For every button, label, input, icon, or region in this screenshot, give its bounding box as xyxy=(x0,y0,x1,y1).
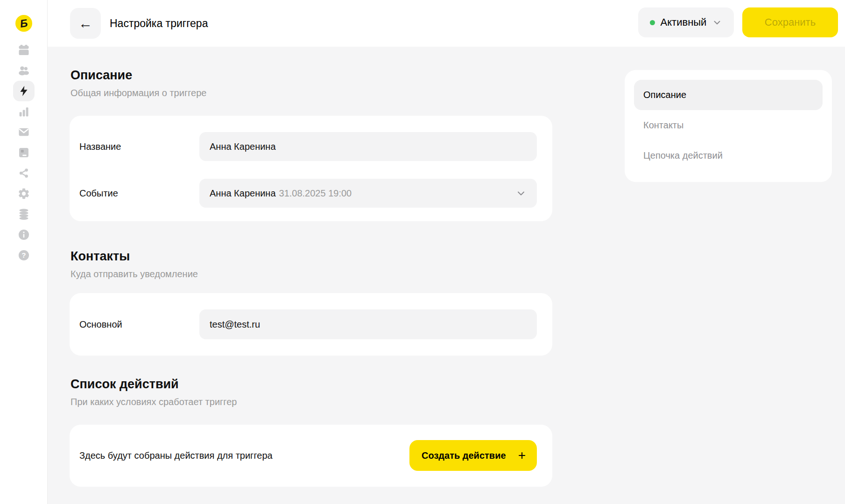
sidebar-item-settings[interactable] xyxy=(13,183,35,204)
actions-empty-text: Здесь будут собраны действия для триггер… xyxy=(79,425,273,487)
name-field-label: Название xyxy=(79,132,121,161)
bar-chart-icon xyxy=(17,105,30,118)
description-section-title: Описание xyxy=(70,68,132,83)
anchor-nav-action-chain[interactable]: Цепочка действий xyxy=(634,140,823,171)
contacts-section-subtitle: Куда отправить уведомление xyxy=(70,269,198,280)
main-content: Описание Общая информация о триггере Наз… xyxy=(48,47,845,504)
trigger-settings-page: Б xyxy=(0,0,845,504)
plus-icon: + xyxy=(518,449,526,462)
name-input[interactable] xyxy=(199,132,537,161)
form-column: Описание Общая информация о триггере Наз… xyxy=(70,47,552,504)
app-sidebar: Б xyxy=(0,0,48,504)
widget-icon xyxy=(17,146,30,159)
sidebar-item-stats[interactable] xyxy=(13,101,35,122)
calendar-icon xyxy=(17,43,30,56)
gear-icon xyxy=(17,187,30,200)
chevron-down-icon xyxy=(515,188,527,199)
sidebar-item-data[interactable] xyxy=(13,204,35,224)
save-button[interactable]: Сохранить xyxy=(742,7,838,37)
description-section-subtitle: Общая информация о триггере xyxy=(70,88,206,98)
users-icon xyxy=(17,64,30,77)
sidebar-item-widget[interactable] xyxy=(13,142,35,163)
help-icon: ? xyxy=(17,249,30,262)
event-select-value: Анна Каренина xyxy=(210,188,276,199)
back-button[interactable]: ← xyxy=(70,8,101,39)
actions-section-title: Список действий xyxy=(70,377,179,392)
sidebar-item-help[interactable]: ? xyxy=(13,245,35,266)
anchor-nav: Описание Контакты Цепочка действий xyxy=(625,70,832,182)
back-arrow-icon: ← xyxy=(78,15,92,31)
sidebar-item-info[interactable] xyxy=(13,224,35,245)
status-dropdown[interactable]: Активный xyxy=(638,7,734,37)
brand-logo-letter: Б xyxy=(19,17,28,29)
page-header: ← Настройка триггера Активный Сохранить xyxy=(48,0,845,47)
page-title: Настройка триггера xyxy=(110,0,208,47)
sidebar-item-triggers[interactable] xyxy=(13,81,35,101)
database-icon xyxy=(17,208,30,221)
anchor-nav-description[interactable]: Описание xyxy=(634,80,823,110)
primary-contact-label: Основной xyxy=(79,309,122,339)
status-dot-icon xyxy=(650,20,655,25)
contacts-card: Основной xyxy=(70,293,552,356)
actions-card: Здесь будут собраны действия для триггер… xyxy=(70,425,552,487)
actions-section-subtitle: При каких условиях сработает триггер xyxy=(70,397,237,407)
sidebar-item-clients[interactable] xyxy=(13,60,35,81)
svg-text:?: ? xyxy=(21,251,26,259)
event-select[interactable]: Анна Каренина 31.08.2025 19:00 xyxy=(199,179,537,208)
create-action-button[interactable]: Создать действие + xyxy=(409,440,537,471)
anchor-nav-contacts[interactable]: Контакты xyxy=(634,110,823,140)
sidebar-item-calendar[interactable] xyxy=(13,40,35,60)
chevron-down-icon xyxy=(712,17,722,28)
sidebar-item-share[interactable] xyxy=(13,163,35,183)
brand-logo[interactable]: Б xyxy=(15,15,32,32)
lightning-icon xyxy=(18,85,30,97)
description-card: Название Событие Анна Каренина 31.08.202… xyxy=(70,116,552,221)
info-icon xyxy=(17,228,30,241)
event-select-datetime: 31.08.2025 19:00 xyxy=(279,188,352,199)
envelope-icon xyxy=(17,126,30,139)
contacts-section-title: Контакты xyxy=(70,249,130,264)
event-field-label: Событие xyxy=(79,179,118,208)
status-label: Активный xyxy=(661,16,707,28)
create-action-label: Создать действие xyxy=(422,450,506,461)
sidebar-item-mailings[interactable] xyxy=(13,122,35,142)
share-icon xyxy=(17,167,30,180)
primary-contact-input[interactable] xyxy=(199,309,537,339)
sidebar-nav: ? xyxy=(0,40,48,266)
